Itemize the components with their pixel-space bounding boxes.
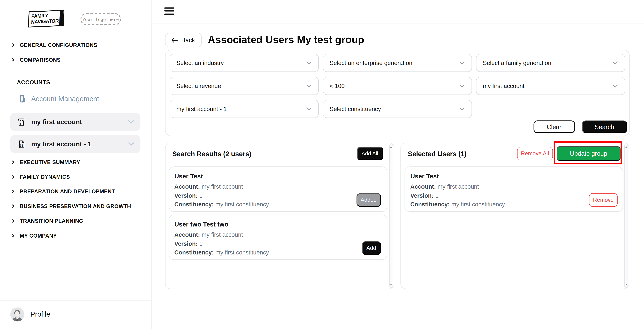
family-navigator-logo: FAMILY NAVIGATOR: [28, 10, 64, 28]
chevron-down-icon: [459, 61, 465, 65]
chevron-right-icon: [11, 204, 15, 208]
chevron-down-icon: [128, 120, 134, 124]
chevron-right-icon: [11, 43, 15, 48]
select-value: Select an enterprise generation: [330, 60, 412, 66]
chevron-right-icon: [11, 58, 15, 62]
sidebar: FAMILY NAVIGATOR Your logo here GENERAL …: [0, 0, 151, 329]
user-name: User two Test two: [174, 221, 228, 228]
sidebar-item-label: TRANSITION PLANNING: [20, 218, 83, 224]
top-bar: [151, 0, 644, 23]
user-card: User two Test two Account: my first acco…: [168, 215, 387, 260]
sidebar-item-comparisons[interactable]: COMPARISONS: [11, 57, 61, 63]
user-details: Account: my first account Version: 1 Con…: [174, 231, 269, 256]
sidebar-item-business-preservation-and-growth[interactable]: BUSINESS PRESERVATION AND GROWTH: [11, 203, 131, 209]
sidebar-item-label: GENERAL CONFIGURATIONS: [20, 42, 97, 48]
sidebar-item-account-management[interactable]: Account Management: [18, 95, 99, 103]
select-value: my first account: [483, 83, 524, 89]
sidebar-item-general-configurations[interactable]: GENERAL CONFIGURATIONS: [11, 42, 97, 48]
select-value: Select constituency: [330, 106, 381, 112]
sidebar-item-preparation-and-development[interactable]: PREPARATION AND DEVELOPMENT: [11, 188, 115, 194]
user-account-line: Account: my first account: [174, 183, 269, 190]
sidebar-item-label: PREPARATION AND DEVELOPMENT: [20, 188, 115, 194]
back-arrow-icon: [172, 38, 178, 43]
clear-button[interactable]: Clear: [534, 120, 575, 133]
your-logo-placeholder: Your logo here: [80, 13, 121, 25]
menu-icon[interactable]: [164, 7, 174, 15]
select-value: Select a revenue: [176, 83, 221, 89]
constituency-select[interactable]: Select constituency: [322, 100, 472, 118]
accounts-section-header: ACCOUNTS: [17, 79, 50, 86]
user-constituency-line: Constituency: my first constituency: [174, 249, 269, 256]
user-details: Account: my first account Version: 1 Con…: [410, 183, 505, 208]
scroll-down-icon[interactable]: [390, 284, 392, 285]
search-button[interactable]: Search: [582, 120, 627, 133]
add-button[interactable]: Add: [362, 241, 381, 255]
account-select[interactable]: my first account: [476, 77, 625, 95]
user-version-line: Version: 1: [174, 240, 269, 247]
chevron-down-icon: [306, 61, 312, 65]
remove-all-button[interactable]: Remove All: [517, 147, 553, 160]
sidebar-item-my-company[interactable]: MY COMPANY: [11, 233, 57, 239]
enterprise-generation-select[interactable]: Select an enterprise generation: [322, 54, 472, 72]
profile-label: Profile: [30, 310, 50, 318]
filters-grid: Select an industry Select an enterprise …: [170, 54, 625, 118]
sidebar-account-version-button[interactable]: 01 my first account - 1: [10, 135, 140, 153]
chevron-down-icon: [306, 84, 312, 88]
user-name: User Test: [174, 173, 203, 180]
user-card: User Test Account: my first account Vers…: [168, 166, 387, 212]
avatar: [10, 307, 24, 321]
remove-button[interactable]: Remove: [589, 193, 618, 207]
sidebar-item-family-dynamics[interactable]: FAMILY DYNAMICS: [11, 174, 70, 180]
chevron-down-icon: [459, 107, 465, 111]
sidebar-account-button[interactable]: my first account: [10, 113, 140, 131]
user-account-line: Account: my first account: [174, 231, 269, 238]
scrollbar[interactable]: [389, 144, 393, 288]
chevron-right-icon: [11, 219, 15, 223]
app-window: FAMILY NAVIGATOR Your logo here GENERAL …: [0, 0, 644, 329]
chevron-down-icon: [612, 84, 618, 88]
revenue-select[interactable]: Select a revenue: [170, 77, 318, 95]
avatar-icon: [10, 307, 24, 321]
family-generation-select[interactable]: Select a family generation: [476, 54, 625, 72]
user-constituency-line: Constituency: my first constituency: [410, 201, 505, 208]
add-all-button[interactable]: Add All: [357, 147, 383, 160]
user-name: User Test: [410, 173, 439, 180]
document-01-icon: 01: [17, 140, 26, 149]
user-version-line: Version: 1: [410, 192, 505, 199]
account-button-label: my first account - 1: [31, 140, 92, 148]
sidebar-item-label: EXECUTIVE SUMMARY: [20, 159, 80, 165]
search-results-title: Search Results (2 users): [172, 150, 251, 158]
sidebar-item-executive-summary[interactable]: EXECUTIVE SUMMARY: [11, 159, 80, 165]
select-value: < 100: [330, 83, 344, 89]
user-constituency-line: Constituency: my first constituency: [174, 201, 269, 208]
select-value: my first account - 1: [176, 106, 227, 112]
account-button-label: my first account: [31, 118, 82, 126]
selected-users-panel: Selected Users (1) Remove All Update gro…: [400, 143, 629, 289]
sidebar-footer-divider: [0, 300, 151, 300]
chevron-right-icon: [11, 189, 15, 194]
back-label: Back: [181, 37, 195, 44]
chevron-down-icon: [612, 61, 618, 65]
scroll-up-icon[interactable]: [625, 146, 627, 148]
select-value: Select a family generation: [483, 60, 551, 66]
sidebar-item-label: Account Management: [31, 95, 99, 103]
account-version-select[interactable]: my first account - 1: [170, 100, 318, 118]
scrollbar[interactable]: [624, 144, 628, 288]
sidebar-item-label: MY COMPANY: [20, 233, 57, 239]
page-title: Associated Users My test group: [208, 34, 364, 46]
back-button[interactable]: Back: [165, 33, 202, 47]
revenue-range-select[interactable]: < 100: [322, 77, 472, 95]
industry-select[interactable]: Select an industry: [170, 54, 318, 72]
selected-users-title: Selected Users (1): [408, 150, 466, 158]
filters-panel: Select an industry Select an enterprise …: [165, 50, 630, 136]
user-card: User Test Account: my first account Vers…: [404, 166, 623, 212]
profile-button[interactable]: Profile: [10, 307, 50, 321]
scroll-down-icon[interactable]: [625, 284, 627, 285]
added-button[interactable]: Added: [356, 193, 381, 207]
scroll-up-icon[interactable]: [390, 146, 392, 148]
user-version-line: Version: 1: [174, 192, 269, 199]
filter-actions: Clear Search: [534, 120, 627, 133]
chevron-right-icon: [11, 233, 15, 238]
sidebar-item-transition-planning[interactable]: TRANSITION PLANNING: [11, 218, 83, 224]
sidebar-item-label: BUSINESS PRESERVATION AND GROWTH: [20, 203, 131, 209]
